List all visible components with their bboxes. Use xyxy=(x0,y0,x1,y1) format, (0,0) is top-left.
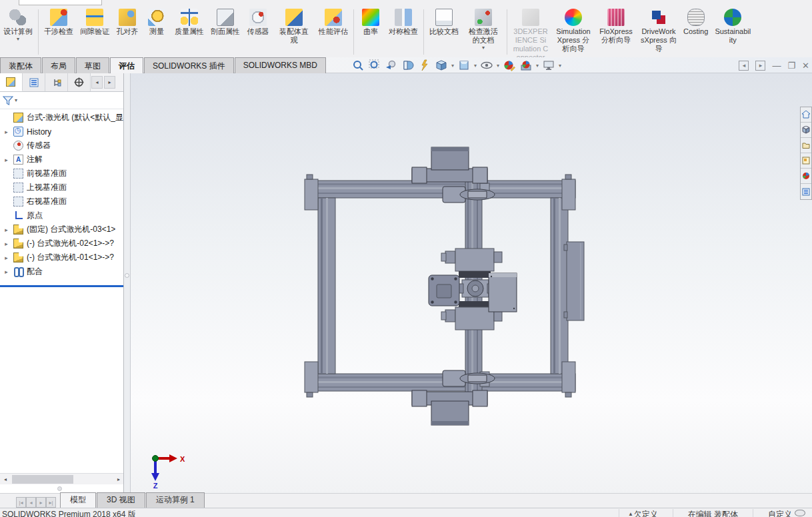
view-orientation-dropdown-icon[interactable]: ▾ xyxy=(451,63,454,69)
ribbon-button-design-study[interactable]: 设计算例 ▾ xyxy=(0,7,36,57)
tree-item-component-03[interactable]: ▸ (固定) 台式激光机-03<1> xyxy=(0,223,123,237)
expand-arrow-icon[interactable]: ▸ xyxy=(2,255,11,261)
tree-split-bar[interactable] xyxy=(0,285,124,287)
display-style-dropdown-icon[interactable]: ▾ xyxy=(474,63,477,69)
appearances-scenes-tab[interactable] xyxy=(801,169,811,184)
tree-item-right-plane[interactable]: 右视基准面 xyxy=(0,195,123,209)
display-style-icon[interactable] xyxy=(457,59,471,72)
tab-sketch[interactable]: 草图 xyxy=(76,57,109,73)
tree-item-top-plane[interactable]: 上视基准面 xyxy=(0,181,123,195)
ribbon-button-symmetry-check[interactable]: 对称检查 xyxy=(385,7,421,57)
ribbon-button-sustainability[interactable]: Sustainability xyxy=(711,7,754,57)
expand-arrow-icon[interactable]: ▸ xyxy=(2,129,11,135)
expand-arrow-icon[interactable]: ▸ xyxy=(2,227,11,233)
zoom-to-area-icon[interactable] xyxy=(368,59,381,72)
quick-tips-icon[interactable] xyxy=(795,510,805,516)
panel-tabs-scroll-right-icon[interactable]: ▸ xyxy=(104,76,115,89)
panel-tabs-scroll-left-icon[interactable]: ◂ xyxy=(91,76,103,89)
dimxpertmanager-tab[interactable] xyxy=(68,73,91,91)
ribbon-button-section-properties[interactable]: 剖面属性 xyxy=(207,7,243,57)
expand-arrow-icon[interactable]: ▸ xyxy=(2,157,11,163)
minimize-button[interactable]: — xyxy=(772,61,781,70)
edit-appearance-icon[interactable] xyxy=(503,59,516,72)
tree-item-component-01[interactable]: ▸ (-) 台式激光机-01<1>->? xyxy=(0,251,123,264)
zoom-to-fit-icon[interactable] xyxy=(351,59,365,72)
view-settings-icon[interactable] xyxy=(542,59,555,72)
expand-arrow-icon[interactable]: ▸ xyxy=(2,268,11,275)
tree-item-front-plane[interactable]: 前视基准面 xyxy=(0,167,123,181)
custom-properties-tab[interactable] xyxy=(801,184,811,199)
ribbon-button-3dexperience-simulation-connector[interactable]: 3DEXPERIENCE Simulation Connector xyxy=(509,7,552,57)
ribbon-button-compare-documents[interactable]: 比较文档 xyxy=(426,7,462,57)
hide-show-dropdown-icon[interactable]: ▾ xyxy=(497,63,499,69)
filter-dropdown-icon[interactable]: ▾ xyxy=(15,97,17,103)
dropdown-arrow-icon[interactable]: ▾ xyxy=(482,45,485,51)
ribbon-button-costing[interactable]: Costing xyxy=(680,7,711,57)
ribbon-button-curvature[interactable]: 曲率 xyxy=(356,7,385,57)
tree-item-sensors[interactable]: 传感器 xyxy=(0,139,123,153)
first-tab-icon[interactable]: |◂ xyxy=(16,497,26,508)
view-settings-dropdown-icon[interactable]: ▾ xyxy=(559,63,561,69)
dropdown-arrow-icon[interactable]: ▾ xyxy=(17,37,19,42)
filter-funnel-icon[interactable] xyxy=(3,95,13,106)
tab-assembly[interactable]: 装配体 xyxy=(0,57,41,73)
ribbon-button-floxpress[interactable]: FloXpress 分析向导 xyxy=(595,7,637,57)
ribbon-button-clearance[interactable]: 间隙验证 xyxy=(77,7,113,57)
graphics-viewport[interactable]: X Z xyxy=(131,73,812,493)
ribbon-button-hole-alignment[interactable]: 孔对齐 xyxy=(113,7,142,57)
restore-button[interactable]: ❐ xyxy=(787,61,795,70)
scroll-left-icon[interactable]: ◂ xyxy=(0,474,11,484)
doc-tab-model[interactable]: 模型 xyxy=(60,492,96,508)
featuremanager-tab[interactable] xyxy=(0,73,23,91)
previous-view-icon[interactable] xyxy=(385,59,398,72)
apply-scene-icon[interactable] xyxy=(519,59,533,72)
ribbon-button-assembly-visualization[interactable]: 装配体直观 xyxy=(273,7,315,57)
ribbon-button-measure[interactable]: 测量 xyxy=(142,7,171,57)
tab-solidworks-mbd[interactable]: SOLIDWORKS MBD xyxy=(235,57,326,73)
tab-evaluate[interactable]: 评估 xyxy=(110,57,143,73)
tree-item-origin[interactable]: 原点 xyxy=(0,209,123,223)
design-library-tab[interactable] xyxy=(801,123,811,138)
panel-horizontal-scrollbar[interactable]: ◂ ▸ xyxy=(0,473,124,484)
configurationmanager-tab[interactable] xyxy=(45,73,68,91)
tree-item-assembly-root[interactable]: 台式-激光机 (默认<默认_显示 xyxy=(0,111,123,125)
ribbon-button-performance-evaluation[interactable]: 性能评估 xyxy=(315,7,351,57)
propertymanager-tab[interactable] xyxy=(23,73,45,91)
hide-show-items-icon[interactable] xyxy=(480,59,493,72)
ribbon-button-mass-properties[interactable]: 质量属性 xyxy=(171,7,207,57)
ribbon-button-driveworksxpress[interactable]: DriveWorksXpress 向导 xyxy=(637,7,680,57)
apply-scene-dropdown-icon[interactable]: ▾ xyxy=(536,63,539,69)
ribbon-button-interference[interactable]: 干涉检查 xyxy=(41,7,77,57)
model-canvas[interactable]: X Z xyxy=(131,73,812,493)
annotation-views-icon[interactable] xyxy=(418,59,431,72)
scrollbar-thumb[interactable] xyxy=(12,475,73,484)
search-input[interactable] xyxy=(19,0,102,5)
ribbon-button-check-active-document[interactable]: 检查激活的文档 ▾ xyxy=(462,7,505,57)
section-view-icon[interactable] xyxy=(401,59,415,72)
view-palette-tab[interactable] xyxy=(801,153,811,169)
resources-home-tab[interactable] xyxy=(801,107,811,123)
view-orientation-icon[interactable] xyxy=(435,59,448,72)
file-explorer-tab[interactable] xyxy=(801,138,811,153)
collapse-pane-left-icon[interactable]: ◂ xyxy=(739,61,749,71)
collapse-pane-right-icon[interactable]: ▸ xyxy=(755,61,765,71)
last-tab-icon[interactable]: ▸| xyxy=(46,497,56,508)
doc-tab-3d-views[interactable]: 3D 视图 xyxy=(97,492,145,508)
next-tab-icon[interactable]: ▸ xyxy=(36,497,46,508)
scroll-right-icon[interactable]: ▸ xyxy=(113,474,124,484)
customize-dropup-icon[interactable]: ▲ xyxy=(628,511,653,517)
tree-item-history[interactable]: ▸ History xyxy=(0,125,123,139)
ribbon-button-sensor[interactable]: 传感器 xyxy=(243,7,273,57)
ribbon-button-simulationxpress[interactable]: SimulationXpress 分析向导 xyxy=(552,7,595,57)
panel-splitter[interactable] xyxy=(124,73,131,493)
expand-arrow-icon[interactable]: ▸ xyxy=(2,241,11,247)
prev-tab-icon[interactable]: ◂ xyxy=(26,497,36,508)
tree-item-component-02[interactable]: ▸ (-) 台式激光机-02<1>->? xyxy=(0,237,123,251)
panel-splitter-grip[interactable] xyxy=(125,273,129,278)
panel-bottom-grip[interactable] xyxy=(57,486,62,491)
tree-item-mates[interactable]: ▸ 配合 xyxy=(0,264,123,278)
tab-solidworks-addins[interactable]: SOLIDWORKS 插件 xyxy=(144,57,234,73)
tree-item-annotations[interactable]: ▸ 注解 xyxy=(0,153,123,167)
tab-layout[interactable]: 布局 xyxy=(42,57,75,73)
close-button[interactable]: ✕ xyxy=(802,61,809,70)
